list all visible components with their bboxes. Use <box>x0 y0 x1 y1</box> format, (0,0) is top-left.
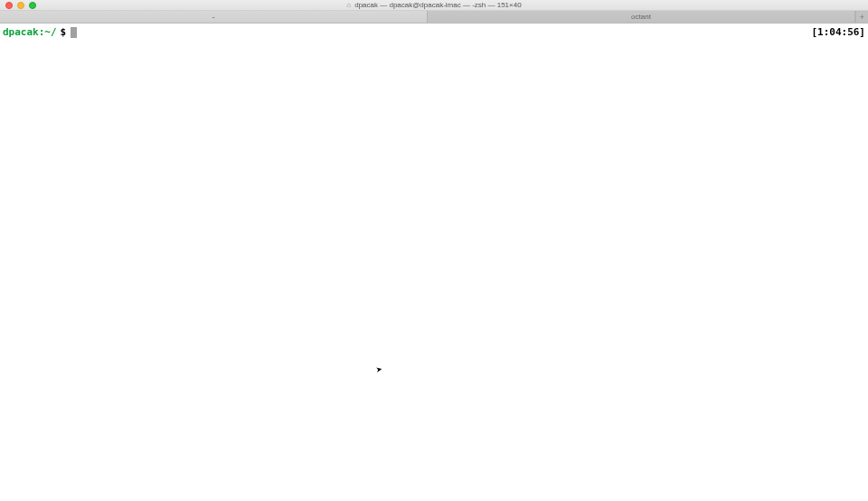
prompt-line: dpacak: ~ / $ [1:04:56] <box>3 27 865 38</box>
terminal-viewport[interactable]: dpacak: ~ / $ [1:04:56] ➤ <box>0 24 868 501</box>
tab-inactive[interactable]: octant <box>428 11 855 23</box>
prompt-user-host: dpacak: <box>3 27 44 38</box>
tab-active-label: - <box>212 13 215 21</box>
prompt-left: dpacak: ~ / $ <box>3 27 77 38</box>
mouse-cursor-icon: ➤ <box>375 363 384 377</box>
plus-icon: + <box>860 13 864 22</box>
traffic-lights <box>5 2 36 9</box>
tab-inactive-label: octant <box>631 13 651 21</box>
prompt-symbol: $ <box>61 27 67 38</box>
prompt-clock: [1:04:56] <box>811 27 865 38</box>
tab-bar: - octant + <box>0 11 868 24</box>
window-title: dpacak — dpacak@dpacak-imac — -zsh — 151… <box>354 1 521 9</box>
minimize-window-button[interactable] <box>17 2 24 9</box>
home-icon: ⌂ <box>346 1 351 9</box>
prompt-cwd-tilde: ~ <box>44 27 51 38</box>
zoom-window-button[interactable] <box>29 2 36 9</box>
window-titlebar: ⌂ dpacak — dpacak@dpacak-imac — -zsh — 1… <box>0 0 868 11</box>
new-tab-button[interactable]: + <box>855 11 868 23</box>
window-title-wrap: ⌂ dpacak — dpacak@dpacak-imac — -zsh — 1… <box>0 1 868 9</box>
close-window-button[interactable] <box>5 2 13 9</box>
text-cursor <box>71 27 77 38</box>
tab-active[interactable]: - <box>0 11 428 23</box>
prompt-cwd-slash: / <box>51 27 57 38</box>
